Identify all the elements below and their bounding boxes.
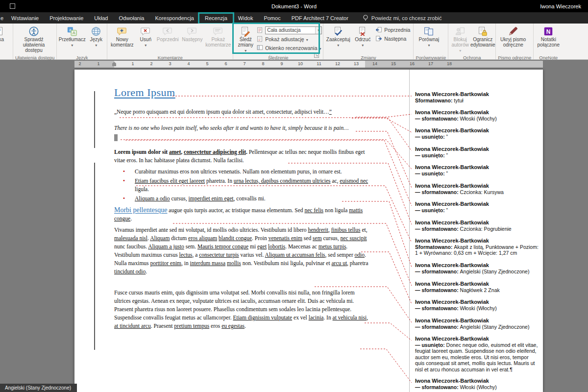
paragraph-bullet[interactable]: •Etiam faucibus elit eget laoreet pharet…: [123, 177, 369, 194]
show-markup-button[interactable]: Pokaż adiustację: [257, 35, 322, 43]
tell-me[interactable]: Powiedz mi, co chcesz zrobić: [363, 12, 442, 24]
reviewing-pane-button[interactable]: Okienko recenzowania: [257, 44, 322, 52]
revision-author: Iwona Wieczorek-Bartkowiak: [415, 378, 539, 384]
paragraph-italic[interactable]: There is no one who loves pain itself, w…: [114, 124, 369, 132]
next-change-label: Następna: [384, 36, 406, 42]
paragraph-text: Lorem Ipsum: [114, 86, 175, 98]
document-text[interactable]: Lorem Ipsum„Neque porro quisquam est qui…: [114, 86, 369, 333]
revision-balloon[interactable]: Iwona Wieczorek-Bartkowiak— usunięto: ”: [415, 127, 539, 140]
previous-comment-button[interactable]: Poprzedni: [155, 24, 180, 55]
show-comments-button[interactable]: Pokażkomentarze: [204, 24, 232, 55]
document-page[interactable]: Lorem Ipsum„Neque porro quisquam est qui…: [74, 70, 543, 392]
paragraph-text: There is no one who loves pain itself, w…: [114, 125, 348, 131]
revision-author: Iwona Wieczorek-Bartkowiak: [415, 146, 539, 152]
document-title: Dokument3 - Word: [0, 3, 588, 9]
check-accessibility-button[interactable]: Sprawdźułatwienia dostępu: [14, 24, 53, 55]
tab-partial[interactable]: e: [0, 12, 6, 24]
revision-balloon[interactable]: Iwona Wieczorek-Bartkowiak— usunięto: Do…: [415, 336, 539, 372]
revision-balloon[interactable]: Iwona Wieczorek-Bartkowiak— sformatowano…: [415, 299, 539, 311]
revision-balloon[interactable]: Iwona Wieczorek-BartkowiakSformatowano: …: [415, 91, 539, 103]
display-for-review-select[interactable]: Cała adiustacja: [265, 26, 322, 34]
revision-author: Iwona Wieczorek-Bartkowiak: [415, 238, 539, 244]
new-comment-button[interactable]: Nowykomentarz: [108, 24, 136, 55]
tab-widok[interactable]: Widok: [233, 12, 259, 24]
delete-comment-button[interactable]: Usuń: [136, 24, 155, 55]
track-changes-button[interactable]: Śledźzmiany: [234, 24, 257, 55]
paragraph-body[interactable]: Fusce cursus mauris enim, quis dignissim…: [114, 289, 369, 330]
horizontal-ruler[interactable]: 21123456789101112131415161718: [74, 61, 543, 68]
tab-wstawianie[interactable]: Wstawianie: [6, 12, 44, 24]
tab-odwołania[interactable]: Odwołania: [113, 12, 149, 24]
tab-projektowanie[interactable]: Projektowanie: [44, 12, 89, 24]
revision-balloon[interactable]: Iwona Wieczorek-Bartkowiak— sformatowano…: [415, 109, 539, 122]
status-language-label: Angielski (Stany Zjednoczone): [5, 385, 71, 391]
revision-author: Iwona Wieczorek-Bartkowiak: [415, 164, 539, 171]
globe-icon: [91, 26, 101, 37]
markup-area-divider: [409, 70, 410, 392]
compare-button[interactable]: Porównaj: [415, 24, 443, 55]
previous-change-icon: [375, 26, 382, 33]
language-button[interactable]: Język: [86, 24, 106, 55]
revision-author: Iwona Wieczorek-Bartkowiak: [415, 262, 539, 269]
block-authors-button[interactable]: Blokujautorów: [449, 24, 471, 55]
ribbon-tabs: e WstawianieProjektowanieUkładOdwołaniaK…: [0, 12, 588, 24]
show-markup-label: Pokaż adiustację: [265, 36, 304, 42]
reject-button[interactable]: Odrzuć: [352, 24, 373, 55]
linked-notes-button[interactable]: N Notatkipołączone: [535, 24, 562, 55]
restrict-editing-button[interactable]: Ograniczedytowanie: [471, 24, 494, 55]
revision-balloon[interactable]: Iwona Wieczorek-Bartkowiak— sformatowano…: [415, 281, 539, 293]
paragraph-text: Vivamus imperdiet ante sed mi volutpat, …: [114, 227, 368, 274]
paragraph-quote[interactable]: „Neque porro quisquam est qui dolorem ip…: [114, 108, 369, 116]
paragraph-text: Lorem ipsum dolor sit amet, consectetur …: [114, 149, 365, 163]
revision-author: Iwona Wieczorek-Bartkowiak: [415, 109, 539, 116]
dropdown-arrow-icon: [306, 36, 308, 42]
accept-button[interactable]: Zaakceptuj: [324, 24, 352, 55]
paragraph-body[interactable]: Lorem ipsum dolor sit amet, consectetur …: [114, 148, 369, 165]
tab-korespondencja[interactable]: Korespondencja: [149, 12, 199, 24]
group-tracking: Śledźzmiany Cała adiustacja: [233, 24, 323, 59]
revision-balloon[interactable]: Iwona Wieczorek-BartkowiakSformatowano: …: [415, 238, 539, 256]
paragraph-body[interactable]: Vivamus imperdiet ante sed mi volutpat, …: [114, 226, 369, 276]
bullet-icon: •: [123, 168, 135, 176]
group-comments: Nowykomentarz Usuń Poprzedni: [107, 24, 233, 59]
revision-balloon[interactable]: Iwona Wieczorek-Bartkowiak— sformatowano…: [415, 183, 539, 195]
onenote-icon: N: [543, 26, 554, 37]
proofing-button-partial[interactable]: tyka: [0, 24, 12, 55]
tracking-dialog-launcher[interactable]: [314, 53, 319, 58]
revision-balloon[interactable]: Iwona Wieczorek-Bartkowiak— sformatowano…: [415, 262, 539, 274]
next-change-button[interactable]: Następna: [373, 34, 412, 43]
previous-comment-icon: [162, 26, 173, 37]
status-language[interactable]: Angielski (Stany Zjednoczone): [0, 384, 77, 392]
group-ink: Ukryj pismoodręczne Pismo odręczne: [496, 24, 534, 59]
group-changes: Zaakceptuj Odrzuć Poprzednia: [323, 24, 414, 59]
bullet-icon: •: [123, 195, 135, 203]
revision-balloon[interactable]: Iwona Wieczorek-Bartkowiak— usunięto: ”: [415, 146, 539, 158]
ruler-mark: 15: [391, 61, 396, 66]
translate-button[interactable]: ąA Przetłumacz: [58, 24, 86, 55]
revision-balloon[interactable]: Iwona Wieczorek-Bartkowiak— sformatowano…: [415, 378, 539, 390]
hide-ink-button[interactable]: Ukryj pismoodręczne: [497, 24, 529, 55]
paragraph-body[interactable]: Morbi pellentesque augue quis turpis auc…: [114, 206, 369, 223]
tab-recenzja[interactable]: Recenzja: [199, 12, 233, 24]
next-comment-button[interactable]: Następny: [180, 24, 204, 55]
pen-icon: [508, 26, 518, 37]
revision-balloon[interactable]: Iwona Wieczorek-Bartkowiak— sformatowano…: [415, 220, 539, 232]
paragraph-bullet[interactable]: •Curabitur maximus eros non ultrices ven…: [123, 168, 369, 176]
user-name: Iwona Wieczorek: [540, 3, 581, 9]
previous-change-button[interactable]: Poprzednia: [373, 25, 412, 34]
tab-układ[interactable]: Układ: [89, 12, 113, 24]
paragraph-bullet[interactable]: •Aliquam a odio cursus, imperdiet enim e…: [123, 195, 369, 203]
revision-description: — sformatowano: Włoski (Włochy): [415, 305, 539, 312]
tab-pomoc[interactable]: Pomoc: [258, 12, 286, 24]
paragraph-cursor[interactable]: [114, 134, 369, 142]
revision-balloon[interactable]: Iwona Wieczorek-Bartkowiak— usunięto: ”: [415, 164, 539, 176]
revision-balloon[interactable]: Iwona Wieczorek-Bartkowiak— sformatowano…: [415, 318, 539, 330]
tab-pdf-architect-7-creator[interactable]: PDF Architect 7 Creator: [286, 12, 354, 24]
display-for-review-row: Cała adiustacja: [257, 26, 322, 34]
dropdown-arrow-icon: [428, 42, 430, 48]
change-bar: [94, 91, 95, 148]
svg-text:N: N: [546, 28, 551, 35]
group-onenote: N Notatkipołączone OneNote: [534, 24, 563, 59]
revision-balloon[interactable]: Iwona Wieczorek-Bartkowiak— usunięto: ”: [415, 201, 539, 213]
paragraph-title[interactable]: Lorem Ipsum: [114, 86, 369, 99]
